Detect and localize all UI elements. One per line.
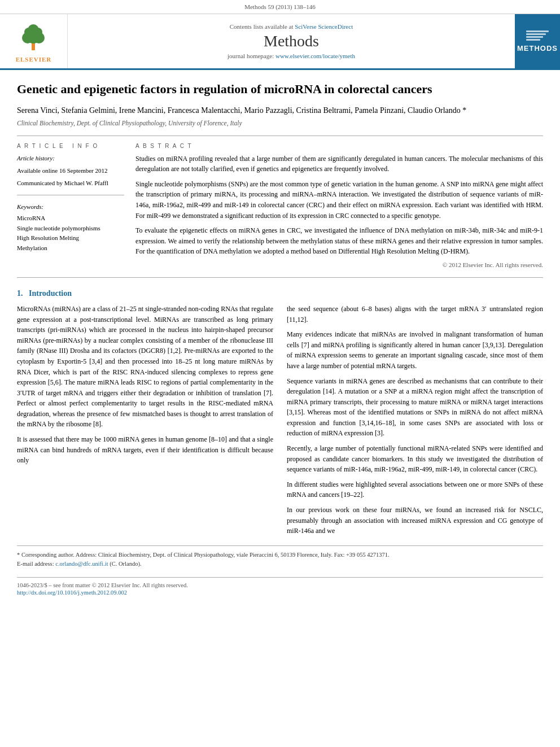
svg-rect-0 [32,42,35,50]
article-info-heading: A R T I C L E I N F O [17,143,124,149]
footnote-section: * Corresponding author. Address: Clinica… [17,545,543,569]
footnote-asterisk-note: * Corresponding author. Address: Clinica… [17,552,390,558]
keywords-section: Keywords: MicroRNA Single nucleotide pol… [17,202,124,254]
section-1-heading: Introduction [29,289,72,298]
article-history: Article history: [17,154,124,163]
elsevier-logo-area: ELSEVIER [0,14,68,68]
journal-name: Methods [264,32,319,50]
main-content: Genetic and epigenetic factors in regula… [0,70,560,607]
footnote-text: * Corresponding author. Address: Clinica… [17,551,543,569]
divider-2 [17,277,543,278]
body-para-r5: In different studies were highlighted se… [287,479,543,500]
article-communicated: Communicated by Michael W. Pfaffl [17,178,124,187]
badge-line-3 [526,36,543,38]
keywords-list: MicroRNA Single nucleotide polymorphisms… [17,213,124,253]
bottom-bar: 1046-2023/$ – see front matter © 2012 El… [17,577,543,596]
affiliation: Clinical Biochemistry, Dept. of Clinical… [17,120,543,126]
elsevier-tree-icon [16,20,50,54]
article-available: Available online 16 September 2012 [17,166,124,175]
body-para-r6: In our previous work on these four miRNA… [287,505,543,536]
methods-badge-area: METHODS [515,14,560,68]
body-para-r1: the seed sequence (about 6–8 bases) alig… [287,304,543,325]
badge-line-2 [526,33,546,35]
abstract-heading: A B S T R A C T [135,143,543,149]
history-label: Article history: [17,155,55,161]
abstract-para-1: Studies on miRNA profiling revealed that… [135,154,543,174]
section-1-title: 1. Introduction [17,289,543,298]
badge-decoration [526,30,549,41]
section-1-number: 1. [17,289,23,298]
communicated-text: Communicated by Michael W. Pfaffl [17,180,108,186]
issn-text: 1046-2023/$ – see front matter © 2012 El… [17,582,543,588]
keywords-label: Keywords: [17,203,43,210]
abstract-column: A B S T R A C T Studies on miRNA profili… [135,143,543,268]
badge-line-1 [526,30,549,32]
elsevier-logo: ELSEVIER [16,20,52,63]
keyword-4: Methylation [17,243,124,254]
homepage-url[interactable]: www.elsevier.com/locate/ymeth [275,53,355,59]
section-introduction: 1. Introduction MicroRNAs (miRNAs) are a… [17,289,543,536]
journal-header: ELSEVIER Contents lists available at Sci… [0,14,560,70]
elsevier-text: ELSEVIER [16,56,52,63]
body-col-left: MicroRNAs (miRNAs) are a class of 21–25 … [17,304,273,536]
homepage-prefix: journal homepage: [228,53,275,59]
abstract-para-2: Single nucleotide polymorphisms (SNPs) a… [135,179,543,221]
available-text: Available online 16 September 2012 [17,167,107,174]
article-title: Genetic and epigenetic factors in regula… [17,81,543,98]
abstract-para-3: To evaluate the epigenetic effects on mi… [135,225,543,257]
body-para-1: MicroRNAs (miRNAs) are a class of 21–25 … [17,304,273,430]
keyword-1: MicroRNA [17,213,124,224]
divider-1 [17,136,543,136]
authors: Serena Vinci, Stefania Gelmini, Irene Ma… [17,104,543,116]
methods-badge-text: METHODS [517,44,558,53]
keyword-2: Single nucleotide polymorphisms [17,224,124,234]
sciverse-link[interactable]: SciVerse ScienceDirect [295,23,353,30]
body-para-r4: Recently, a large number of potentially … [287,443,543,475]
body-two-col: MicroRNAs (miRNAs) are a class of 21–25 … [17,304,543,536]
badge-line-4 [526,39,540,41]
body-col-right-text: the seed sequence (about 6–8 bases) alig… [287,304,543,536]
email-name: C. Orlando [112,561,138,567]
divider-info [17,195,124,195]
email-label: E-mail address: [17,561,54,567]
body-para-r3: Sequence variants in miRNA genes are des… [287,376,543,439]
methods-badge: METHODS [517,30,558,53]
email-name-paren: (C. Orlando). [110,561,141,567]
top-citation-bar: Methods 59 (2013) 138–146 [0,0,560,14]
citation-text: Methods 59 (2013) 138–146 [244,3,316,10]
article-info-abstract-row: A R T I C L E I N F O Article history: A… [17,143,543,268]
contents-text: Contents lists available at [230,23,294,30]
abstract-text: Studies on miRNA profiling revealed that… [135,154,543,257]
journal-title-area: Contents lists available at SciVerse Sci… [68,14,515,68]
article-info-column: A R T I C L E I N F O Article history: A… [17,143,124,268]
keyword-3: High Resolution Melting [17,233,124,243]
doi-link[interactable]: http://dx.doi.org/10.1016/j.ymeth.2012.0… [17,589,543,596]
body-col-right: the seed sequence (about 6–8 bases) alig… [287,304,543,536]
homepage-line: journal homepage: www.elsevier.com/locat… [228,53,355,59]
body-para-2: It is assessed that there may be 1000 mi… [17,434,273,466]
body-para-r2: Many evidences indicate that miRNAs are … [287,329,543,371]
email-link[interactable]: c.orlando@dfc.unifi.it [55,561,108,567]
contents-available-line: Contents lists available at SciVerse Sci… [230,23,353,30]
authors-text: Serena Vinci, Stefania Gelmini, Irene Ma… [17,106,466,115]
svg-point-6 [33,28,42,37]
body-col-left-text: MicroRNAs (miRNAs) are a class of 21–25 … [17,304,273,466]
svg-point-5 [24,28,33,37]
copyright-line: © 2012 Elsevier Inc. All rights reserved… [135,261,543,268]
